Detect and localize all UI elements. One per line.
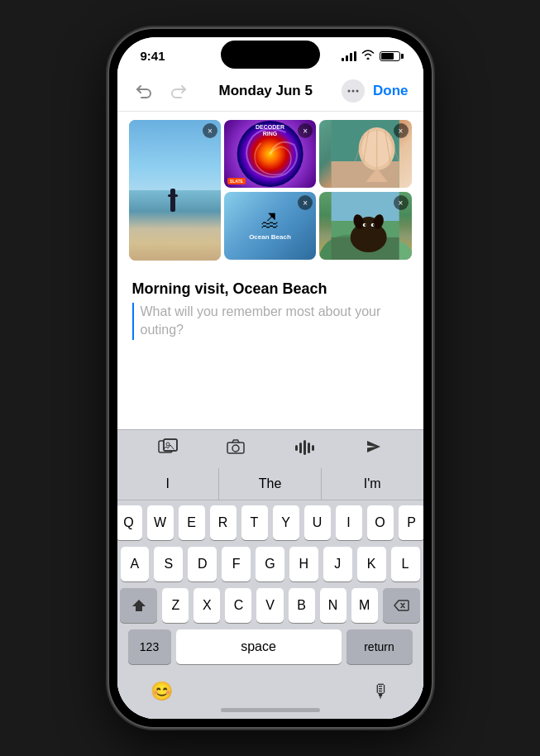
svg-rect-35	[299, 443, 302, 453]
key-e[interactable]: E	[179, 505, 205, 540]
toolbar-right: Done	[342, 79, 409, 103]
predictive-word-2[interactable]: The	[219, 468, 322, 500]
predictive-word-3[interactable]: I'm	[322, 468, 423, 500]
svg-point-0	[347, 90, 350, 93]
home-indicator	[221, 708, 320, 712]
key-q[interactable]: Q	[117, 505, 142, 540]
photos-tool-button[interactable]	[158, 438, 178, 460]
svg-rect-34	[295, 445, 298, 451]
app-content: Monday Jun 5 Done	[117, 68, 423, 719]
toolbar: Monday Jun 5 Done	[117, 68, 423, 112]
keyboard-row-1: Q W E R T Y U I O P	[121, 505, 420, 540]
shift-key[interactable]	[120, 588, 157, 623]
shell-photo-item[interactable]: ×	[319, 120, 411, 188]
key-t[interactable]: T	[241, 505, 268, 540]
key-z[interactable]: Z	[162, 588, 189, 623]
decoder-ring-item[interactable]: DECODER RING SLATE ×	[224, 120, 316, 188]
camera-tool-button[interactable]	[226, 438, 246, 460]
emoji-button[interactable]: 😊	[151, 681, 173, 702]
key-i[interactable]: I	[336, 505, 362, 540]
redo-button[interactable]	[167, 79, 190, 103]
backspace-key[interactable]	[383, 588, 420, 623]
svg-point-2	[356, 90, 358, 93]
note-area[interactable]: Morning visit, Ocean Beach What will you…	[117, 269, 423, 429]
keyboard-toolbar	[117, 429, 423, 468]
dynamic-island	[221, 41, 320, 69]
key-n[interactable]: N	[320, 588, 346, 623]
remove-dog-button[interactable]: ×	[394, 195, 409, 210]
ocean-beach-label: Ocean Beach	[249, 233, 291, 242]
svg-point-26	[365, 224, 366, 226]
dog-photo-item[interactable]: ×	[319, 192, 411, 260]
keyboard-row-2: A S D F G H J K L	[121, 547, 420, 581]
svg-rect-36	[303, 440, 306, 455]
key-h[interactable]: H	[289, 547, 318, 581]
status-icons	[342, 50, 400, 62]
keyboard-row-3: Z X C V B N M	[121, 588, 420, 623]
svg-point-33	[232, 445, 239, 452]
svg-rect-19	[332, 192, 399, 221]
predictive-word-1[interactable]: I	[117, 468, 220, 500]
battery-icon	[380, 51, 400, 61]
svg-point-27	[373, 224, 375, 226]
space-key[interactable]: space	[176, 629, 342, 664]
phone-frame: 9:41	[109, 29, 432, 727]
key-x[interactable]: X	[194, 588, 220, 623]
undo-button[interactable]	[132, 79, 155, 103]
key-f[interactable]: F	[222, 547, 251, 581]
key-w[interactable]: W	[147, 505, 174, 540]
key-y[interactable]: Y	[273, 505, 299, 540]
done-button[interactable]: Done	[373, 83, 409, 99]
key-l[interactable]: L	[391, 547, 420, 581]
key-v[interactable]: V	[256, 588, 283, 623]
key-d[interactable]: D	[188, 547, 217, 581]
svg-rect-38	[312, 445, 314, 451]
remove-shell-button[interactable]: ×	[394, 123, 409, 138]
key-m[interactable]: M	[351, 588, 378, 623]
svg-point-1	[351, 90, 354, 93]
key-a[interactable]: A	[121, 547, 150, 581]
numbers-key[interactable]: 123	[128, 629, 171, 664]
ocean-beach-item[interactable]: 🏖 Ocean Beach ×	[224, 192, 316, 260]
remove-beach-photo-button[interactable]: ×	[203, 123, 217, 138]
mic-button[interactable]: 🎙	[372, 681, 390, 702]
key-o[interactable]: O	[367, 505, 394, 540]
more-options-button[interactable]	[342, 79, 365, 103]
note-body[interactable]: What will you remember most about your o…	[132, 303, 409, 340]
key-c[interactable]: C	[225, 588, 251, 623]
beach-photo-item[interactable]: ×	[129, 120, 221, 261]
key-b[interactable]: B	[289, 588, 315, 623]
return-key[interactable]: return	[346, 629, 413, 664]
phone-screen: 9:41	[117, 37, 423, 719]
podcast-badge: SLATE	[227, 178, 246, 184]
keyboard-row-4: 123 space return	[121, 629, 420, 664]
image-grid: ×	[117, 112, 423, 269]
keyboard: Q W E R T Y U I O P A S D F G	[117, 500, 423, 674]
svg-rect-37	[308, 443, 310, 453]
key-g[interactable]: G	[256, 547, 284, 581]
toolbar-title: Monday Jun 5	[219, 83, 313, 99]
toolbar-left	[132, 79, 190, 103]
key-u[interactable]: U	[304, 505, 331, 540]
signal-bars-icon	[342, 51, 356, 61]
key-j[interactable]: J	[323, 547, 352, 581]
audio-tool-button[interactable]	[294, 438, 317, 460]
key-k[interactable]: K	[357, 547, 386, 581]
key-s[interactable]: S	[154, 547, 183, 581]
note-title: Morning visit, Ocean Beach	[132, 280, 409, 298]
status-time: 9:41	[141, 49, 165, 63]
send-tool-button[interactable]	[365, 438, 383, 460]
wifi-icon	[361, 50, 375, 62]
key-r[interactable]: R	[210, 505, 237, 540]
predictive-bar: I The I'm	[117, 468, 423, 500]
key-p[interactable]: P	[399, 505, 423, 540]
